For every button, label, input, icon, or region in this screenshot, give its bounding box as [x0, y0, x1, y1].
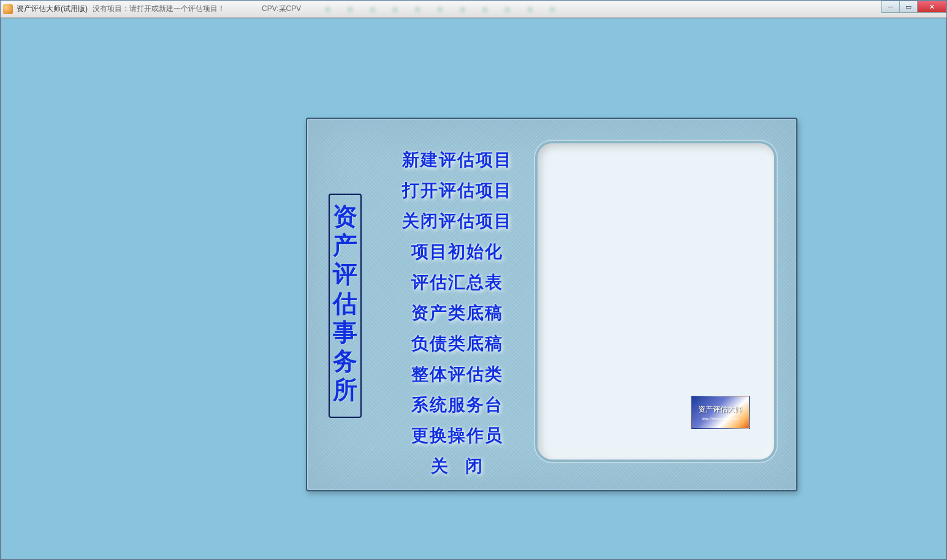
- app-window: 资产评估大师(试用版) 没有项目：请打开或新建一个评估项目！ CPV:某CPV …: [0, 0, 947, 560]
- brand-text: 资产评估大师: [698, 404, 742, 415]
- client-area: 资 产 评 估 事 务 所 新建评估项目 打开评估项目 关闭评估项目 项目初始化…: [1, 18, 946, 559]
- menu-new-project[interactable]: 新建评估项目: [396, 148, 519, 172]
- app-title: 资产评估大师(试用版): [17, 4, 88, 14]
- project-hint: 没有项目：请打开或新建一个评估项目！: [93, 4, 225, 14]
- minimize-button[interactable]: ─: [881, 1, 900, 13]
- menu-init-project[interactable]: 项目初始化: [396, 240, 519, 263]
- brand-url: http://www.cpv8.com: [702, 416, 739, 421]
- menu-asset-draft[interactable]: 资产类底稿: [396, 301, 519, 325]
- vert-char: 所: [333, 376, 357, 404]
- vert-char: 务: [333, 347, 357, 376]
- menu-system-service[interactable]: 系统服务台: [396, 393, 519, 417]
- menu-summary[interactable]: 评估汇总表: [396, 271, 519, 294]
- brand-logo: 资产评估大师 http://www.cpv8.com: [691, 396, 750, 429]
- vert-char: 估: [333, 289, 357, 318]
- cpv-label: CPV:某CPV: [262, 4, 301, 14]
- vert-char: 产: [333, 231, 357, 260]
- menu-column: 新建评估项目 打开评估项目 关闭评估项目 项目初始化 评估汇总表 资产类底稿 负…: [396, 148, 519, 478]
- main-panel: 资 产 评 估 事 务 所 新建评估项目 打开评估项目 关闭评估项目 项目初始化…: [306, 118, 797, 491]
- menu-overall-eval[interactable]: 整体评估类: [396, 363, 519, 386]
- title-bar: 资产评估大师(试用版) 没有项目：请打开或新建一个评估项目！ CPV:某CPV …: [1, 1, 946, 18]
- vert-char: 资: [333, 202, 357, 231]
- vert-char: 评: [333, 260, 357, 289]
- app-icon: [3, 4, 13, 14]
- vert-char: 事: [333, 318, 357, 347]
- window-controls: ─ ▭ ✕: [882, 1, 946, 13]
- preview-panel: 资产评估大师 http://www.cpv8.com: [535, 141, 777, 462]
- menu-close-project[interactable]: 关闭评估项目: [396, 210, 519, 233]
- menu-exit[interactable]: 关闭: [396, 455, 519, 478]
- maximize-button[interactable]: ▭: [899, 1, 918, 13]
- close-window-button[interactable]: ✕: [917, 1, 946, 13]
- menu-change-operator[interactable]: 更换操作员: [396, 424, 519, 447]
- menu-liability-draft[interactable]: 负债类底稿: [396, 332, 519, 355]
- menu-open-project[interactable]: 打开评估项目: [396, 179, 519, 202]
- toolbar-blur: ■■■■■■■■■■■: [325, 6, 554, 13]
- vertical-title-box: 资 产 评 估 事 务 所: [329, 194, 362, 418]
